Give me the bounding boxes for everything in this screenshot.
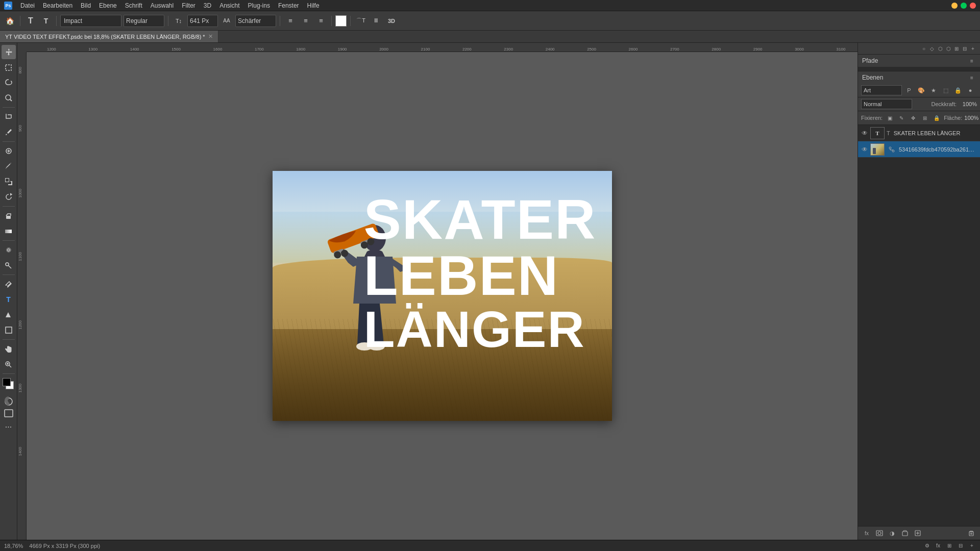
lock-pixels-icon[interactable]: ✎ — [896, 113, 906, 123]
canvas-document[interactable]: SKATER LEBEN LÄNGER — [27, 52, 857, 540]
maximize-button[interactable] — [961, 3, 967, 9]
healing-tool[interactable] — [2, 144, 16, 158]
warp-text-button[interactable]: ⌒T — [354, 14, 368, 28]
quick-select-tool[interactable] — [2, 91, 16, 105]
brush-tool[interactable] — [2, 159, 16, 173]
layers-panel-header[interactable]: Ebenen ≡ — [858, 71, 980, 84]
lasso-tool[interactable] — [2, 76, 16, 90]
text-tool[interactable]: T — [2, 292, 16, 307]
shape-tool[interactable] — [2, 323, 16, 337]
dodge-tool[interactable] — [2, 258, 16, 272]
paths-more-icon[interactable]: ≡ — [968, 57, 976, 65]
font-style-select[interactable]: Regular — [124, 15, 164, 27]
align-center-button[interactable]: ≡ — [299, 14, 312, 28]
menu-auswahl[interactable]: Auswahl — [151, 2, 174, 9]
lock-artboard-icon[interactable]: ⊞ — [920, 113, 930, 123]
menu-plugins[interactable]: Plug-ins — [248, 2, 270, 9]
pen-tool[interactable] — [2, 277, 16, 291]
crop-tool[interactable] — [2, 110, 16, 124]
sharpness-select[interactable]: Schärfer — [235, 15, 276, 27]
3d-text-button[interactable]: 3D — [385, 14, 398, 28]
opacity-value[interactable]: 100% — [959, 101, 977, 107]
quick-mask-button[interactable] — [4, 396, 14, 408]
layers-more-icon[interactable]: ≡ — [968, 73, 976, 82]
menu-ebene[interactable]: Ebene — [99, 2, 117, 9]
screen-mode-button[interactable] — [4, 409, 13, 419]
blur-tool[interactable] — [2, 243, 16, 257]
add-panel-button[interactable]: + — [969, 44, 977, 53]
panel-icon-1[interactable]: ○ — [920, 44, 928, 53]
menu-bearbeiten[interactable]: Bearbeiten — [43, 2, 72, 9]
layers-filter-select[interactable]: Art — [861, 85, 902, 95]
marquee-tool[interactable] — [2, 60, 16, 74]
panel-icon-2[interactable]: ◇ — [928, 44, 936, 53]
menu-fenster[interactable]: Fenster — [278, 2, 299, 9]
lock-position-icon[interactable]: ✥ — [908, 113, 918, 123]
menu-schrift[interactable]: Schrift — [125, 2, 142, 9]
layer-new-button[interactable] — [912, 528, 923, 538]
path-select-tool[interactable] — [2, 308, 16, 322]
layer-group-button[interactable] — [899, 528, 911, 538]
extra-tools-button[interactable]: ··· — [2, 420, 16, 434]
menu-bild[interactable]: Bild — [81, 2, 91, 9]
history-brush-tool[interactable] — [2, 190, 16, 204]
align-right-button[interactable]: ≡ — [314, 14, 328, 28]
layer-item-image[interactable]: 👁 53416639fdcb470592ba26125e2a3659 Kopie — [858, 141, 980, 158]
status-icon-2[interactable]: fx — [934, 542, 942, 550]
menu-ansicht[interactable]: Ansicht — [219, 2, 239, 9]
status-icon-3[interactable]: ⊞ — [945, 542, 953, 550]
layer-delete-button[interactable] — [966, 528, 977, 538]
lock-transparent-icon[interactable]: ▣ — [885, 113, 895, 123]
paths-panel-header[interactable]: Pfade ≡ — [858, 55, 980, 67]
blend-mode-select[interactable]: Normal — [861, 99, 912, 109]
filter-color-icon[interactable]: 🎨 — [916, 85, 926, 95]
zoom-tool[interactable] — [2, 357, 16, 371]
layer-adjustment-button[interactable]: ◑ — [887, 528, 898, 538]
lock-all-icon[interactable]: 🔒 — [932, 113, 942, 123]
eyedropper-tool[interactable] — [2, 125, 16, 139]
clone-tool[interactable] — [2, 174, 16, 189]
filter-toggle[interactable]: ● — [965, 85, 975, 95]
menu-3d[interactable]: 3D — [204, 2, 211, 9]
fill-value[interactable]: 100% — [964, 115, 978, 121]
menu-hilfe[interactable]: Hilfe — [307, 2, 320, 9]
align-left-button[interactable]: ≡ — [284, 14, 297, 28]
text-color-swatch[interactable] — [335, 15, 347, 27]
minimize-button[interactable] — [951, 3, 958, 9]
layer-fx-button[interactable]: fx — [861, 528, 872, 538]
character-panel-button[interactable]: Ⅲ — [370, 14, 383, 28]
status-icon-1[interactable]: ⚙ — [923, 542, 931, 550]
layer-visibility-2[interactable]: 👁 — [861, 146, 868, 153]
text-tool-button[interactable]: T — [24, 14, 37, 28]
foreground-color-swatch[interactable] — [3, 378, 11, 386]
zoom-status[interactable]: 18,76% — [4, 543, 23, 549]
filter-effect-icon[interactable]: ★ — [928, 85, 939, 95]
tab-close-button[interactable]: ✕ — [208, 33, 213, 40]
layer-item-text[interactable]: 👁 T T SKATER LEBEN LÄNGER — [858, 125, 980, 141]
menu-datei[interactable]: Datei — [20, 2, 35, 9]
panel-icon-5[interactable]: ⊞ — [952, 44, 961, 53]
canvas-area[interactable]: 1200 1300 1400 1500 1600 1700 1800 1900 … — [17, 43, 857, 540]
home-button[interactable]: 🏠 — [3, 14, 16, 28]
eraser-tool[interactable] — [2, 209, 16, 223]
text-vertical-button[interactable]: T — [39, 14, 53, 28]
panel-icon-4[interactable]: ⬡ — [944, 44, 952, 53]
panel-icon-3[interactable]: ⬡ — [936, 44, 944, 53]
layer-mask-button[interactable] — [874, 528, 885, 538]
move-tool[interactable] — [2, 45, 16, 59]
menu-filter[interactable]: Filter — [182, 2, 195, 9]
font-family-select[interactable]: Impact — [60, 15, 121, 27]
active-tab[interactable]: YT VIDEO TEXT EFFEKT.psdc bei 18,8% (SKA… — [0, 31, 218, 42]
layer-visibility-1[interactable]: 👁 — [861, 130, 868, 137]
font-size-input[interactable] — [187, 15, 218, 27]
status-icon-5[interactable]: + — [968, 542, 976, 550]
hand-tool[interactable] — [2, 342, 16, 356]
layer-list[interactable]: 👁 T T SKATER LEBEN LÄNGER 👁 — [858, 125, 980, 526]
gradient-tool[interactable] — [2, 224, 16, 238]
filter-type-icon[interactable]: P — [904, 85, 914, 95]
status-icon-4[interactable]: ⊟ — [957, 542, 965, 550]
panel-icon-6[interactable]: ⊟ — [961, 44, 969, 53]
filter-mode-icon[interactable]: ⬚ — [941, 85, 951, 95]
filter-attr-icon[interactable]: 🔒 — [953, 85, 963, 95]
close-button[interactable] — [970, 3, 976, 9]
